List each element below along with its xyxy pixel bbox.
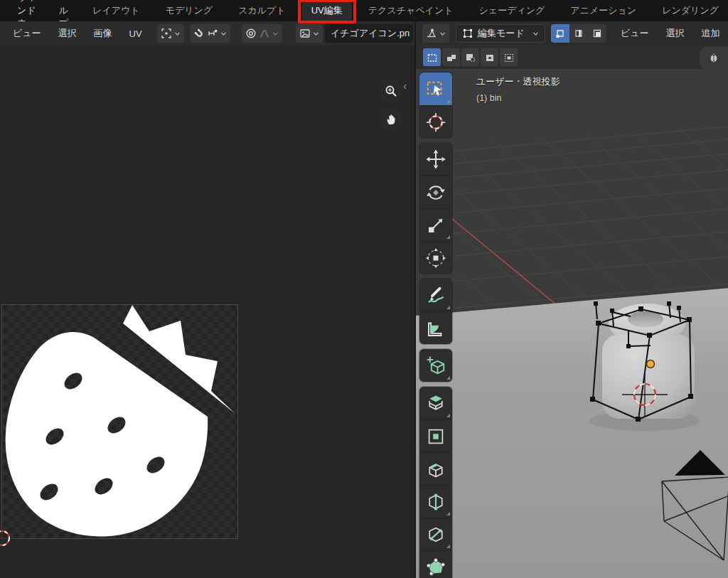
tool-settings-bar [414,46,728,69]
uv-2d-cursor [0,526,14,550]
chevron-down-icon [439,31,446,37]
tool-add-cube-button[interactable] [419,349,452,382]
menu-window[interactable]: ウィンドウ [7,0,49,21]
strawberry-icon [2,305,237,538]
chevron-down-icon [313,31,319,37]
tab-uv-editing[interactable]: UV編集 [302,0,352,21]
uv-menu-view[interactable]: ビュー [4,21,50,46]
vertex-select-button[interactable] [551,24,569,43]
proportional-edit-group[interactable] [242,24,282,43]
select-mode-extend-button[interactable] [442,48,460,66]
zoom-button[interactable] [379,79,402,102]
viewport-header: 編集モード [414,21,728,46]
transform-icon [425,247,446,269]
tab-texture-paint[interactable]: テクスチャペイント [359,0,463,21]
viewport-menu-select[interactable]: 選択 [658,21,693,46]
topbar: ウィンドウ ヘルプ レイアウト モデリング スカルプト UV編集 テクスチャペイ… [0,0,728,21]
tool-select-box-button[interactable] [419,73,452,105]
uv-image-strawberry [1,304,238,539]
select-invert-icon [484,52,496,63]
cursor-tool-icon [425,112,446,133]
select-mode-options [423,48,518,66]
bevel-icon [425,459,446,480]
tool-bevel-button[interactable] [419,452,452,485]
select-mode-invert-button[interactable] [481,48,498,66]
chevron-down-icon [174,31,181,37]
tool-knife-button[interactable] [419,518,452,550]
pivot-point-button[interactable] [157,24,184,43]
tool-inset-faces-button[interactable] [419,419,452,452]
select-intersect-icon [503,52,515,63]
inset-faces-icon [425,426,446,447]
edge-select-icon [573,28,584,39]
select-mode-intersect-button[interactable] [500,48,518,66]
tab-shading[interactable]: シェーディング [470,0,555,21]
uv-menu-image[interactable]: 画像 [85,21,121,46]
image-icon [299,28,311,39]
tab-rendering[interactable]: レンダリング [653,0,728,21]
collapse-arrow-icon[interactable]: ‹ [403,80,407,91]
image-selector-button[interactable] [296,24,323,43]
tool-rotate-button[interactable] [419,176,452,208]
uv-menu-select[interactable]: 選択 [50,21,85,46]
tool-poly-build-button[interactable] [419,550,452,578]
image-filename-text: イチゴアイコン.pn [331,27,410,40]
extrude-region-icon [425,392,446,414]
rotate-icon [425,182,446,203]
annotate-icon [425,284,446,306]
snap-target-icon [207,28,218,39]
editor-type-button[interactable] [422,24,449,43]
edge-select-button[interactable] [569,24,588,43]
chevron-down-icon [532,31,539,37]
viewport-menu-add[interactable]: 追加 [693,21,728,46]
mode-dropdown-label: 編集モード [478,27,528,40]
tool-cursor-button[interactable] [419,105,452,138]
tab-sculpt[interactable]: スカルプト [229,0,295,21]
pan-button[interactable] [379,107,402,131]
image-filename-field[interactable]: イチゴアイコン.pn [325,24,413,43]
chevron-down-icon [220,31,227,37]
tab-modeling[interactable]: モデリング [156,0,223,21]
uv-editor-canvas[interactable]: ‹ [0,46,414,578]
editor-type-icon [426,28,437,39]
tool-transform-button[interactable] [419,241,452,274]
object-origin-point [647,360,655,368]
viewport-menu-view[interactable]: ビュー [612,21,658,46]
add-cube-icon [425,355,446,376]
knife-icon [425,524,446,545]
edit-mode-icon [462,28,473,39]
select-mode-subtract-button[interactable] [461,48,479,66]
pan-hand-icon [385,113,397,126]
tool-annotate-button[interactable] [419,279,452,311]
poly-build-icon [425,557,446,578]
uv-menu-uv[interactable]: UV [121,21,151,46]
viewport-3d[interactable]: ユーザー・透視投影 (1) bin [414,69,728,578]
tool-loop-cut-button[interactable] [419,485,452,518]
workspace-tabs: レイアウト モデリング スカルプト UV編集 テクスチャペイント シェーディング… [83,0,728,21]
collection-object-label: (1) bin [476,93,501,103]
proportional-editing-icon [245,28,257,39]
select-box-icon [425,78,446,100]
tab-layout[interactable]: レイアウト [83,0,149,21]
move-icon [425,149,446,170]
tool-move-button[interactable] [419,143,452,176]
select-extend-icon [446,52,457,63]
uv-editor-header: ビュー 選択 画像 UV [0,21,414,46]
tool-scale-button[interactable] [419,208,452,241]
mirror-options-tab[interactable] [700,47,728,69]
scale-icon [425,215,446,236]
select-new-icon [427,52,438,63]
tab-animation[interactable]: アニメーション [561,0,646,21]
tool-extrude-region-button[interactable] [419,387,452,419]
viewport-toolbar [419,73,452,578]
mode-dropdown[interactable]: 編集モード [456,24,545,43]
zoom-in-icon [385,85,397,97]
falloff-curve-icon [259,28,270,39]
tool-measure-button[interactable] [419,311,452,344]
menu-help[interactable]: ヘルプ [49,0,82,21]
view-perspective-label: ユーザー・透視投影 [476,75,560,88]
snap-group[interactable] [190,24,230,43]
face-select-button[interactable] [588,24,606,43]
select-mode-new-button[interactable] [423,48,441,66]
viewport-scene [416,69,728,578]
